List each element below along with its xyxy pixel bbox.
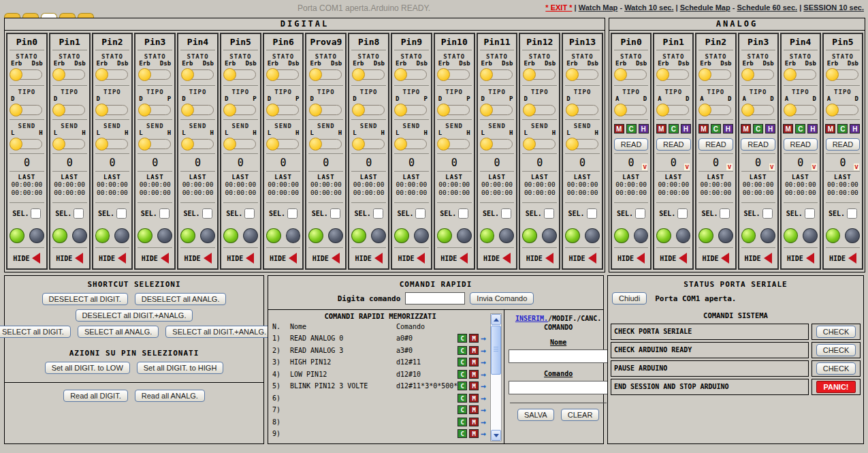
hide-button[interactable]: HIDE [824, 248, 862, 268]
tipo-toggle-slider[interactable] [97, 105, 128, 115]
slider-knob-icon[interactable] [480, 68, 493, 81]
h-button[interactable]: H [681, 124, 691, 134]
schedule-map-link[interactable]: Schedule Map [680, 3, 730, 12]
tipo-toggle-slider[interactable] [268, 105, 299, 115]
comando-input[interactable] [509, 381, 608, 394]
invia-comando-button[interactable]: Invia Comando [470, 292, 534, 304]
slider-knob-icon[interactable] [480, 104, 493, 116]
system-command-button[interactable]: PANIC! [816, 381, 856, 393]
send-toggle-slider[interactable] [524, 139, 556, 149]
hide-button[interactable]: HIDE [392, 248, 431, 268]
pin-select-checkbox[interactable] [202, 208, 212, 219]
session-10-link[interactable]: SESSION 10 sec. [803, 3, 864, 12]
tipo-toggle-slider[interactable] [353, 105, 385, 115]
slider-knob-icon[interactable] [309, 104, 322, 116]
slider-knob-icon[interactable] [181, 68, 194, 81]
scrollbar-thumb[interactable] [491, 326, 501, 375]
send-toggle-slider[interactable] [310, 139, 342, 149]
tab[interactable] [4, 13, 20, 18]
tipo-toggle-slider[interactable] [743, 105, 774, 115]
stato-toggle-slider[interactable] [97, 69, 128, 80]
c-button[interactable]: C [753, 124, 763, 134]
hide-button[interactable]: HIDE [50, 248, 89, 268]
slider-knob-icon[interactable] [10, 68, 22, 81]
modify-command-button[interactable]: M [469, 418, 479, 426]
slider-knob-icon[interactable] [826, 68, 839, 81]
watch-10-link[interactable]: Watch 10 sec. [624, 3, 673, 12]
slider-knob-icon[interactable] [656, 104, 669, 116]
send-toggle-slider[interactable] [140, 139, 171, 149]
pin-select-checkbox[interactable] [415, 208, 425, 219]
slider-knob-icon[interactable] [741, 104, 754, 116]
commands-scrollbar[interactable] [490, 313, 502, 441]
hide-button[interactable]: HIDE [178, 248, 217, 268]
clear-button[interactable]: CLEAR [561, 409, 600, 421]
slider-knob-icon[interactable] [52, 104, 65, 116]
read-button[interactable]: READ [741, 138, 775, 151]
hide-button[interactable]: HIDE [654, 248, 692, 268]
read-button[interactable]: READ [656, 138, 691, 151]
slider-knob-icon[interactable] [181, 104, 194, 116]
slider-knob-icon[interactable] [394, 138, 407, 151]
modify-command-button[interactable]: M [469, 370, 479, 379]
tipo-toggle-slider[interactable] [785, 105, 816, 115]
stato-toggle-slider[interactable] [567, 69, 598, 80]
tipo-toggle-slider[interactable] [700, 105, 731, 115]
send-toggle-slider[interactable] [97, 139, 128, 149]
send-command-arrow-icon[interactable]: → [481, 394, 486, 403]
tipo-toggle-slider[interactable] [658, 105, 689, 115]
m-button[interactable]: M [825, 124, 835, 134]
c-button[interactable]: C [669, 124, 679, 134]
set-all-high-button[interactable]: Set all DIGIT. to HIGH [137, 362, 224, 374]
modify-command-button[interactable]: M [469, 405, 479, 414]
read-all-digital-button[interactable]: Read all DIGIT. [63, 390, 128, 402]
slider-knob-icon[interactable] [394, 68, 407, 81]
c-button[interactable]: C [626, 124, 637, 134]
copy-command-button[interactable]: C [457, 346, 467, 355]
read-button[interactable]: READ [614, 138, 649, 151]
chiudi-button[interactable]: Chiudi [612, 292, 647, 304]
modify-command-button[interactable]: M [469, 429, 479, 438]
deselect-all-analog-button[interactable]: DESELECT all ANALG. [135, 293, 227, 305]
stato-toggle-slider[interactable] [11, 69, 42, 80]
h-button[interactable]: H [723, 124, 733, 134]
stato-toggle-slider[interactable] [268, 69, 299, 80]
m-button[interactable]: M [698, 124, 709, 134]
tipo-toggle-slider[interactable] [481, 105, 513, 115]
slider-knob-icon[interactable] [566, 138, 579, 151]
slider-knob-icon[interactable] [223, 138, 236, 151]
tipo-toggle-slider[interactable] [567, 105, 598, 115]
pin-select-checkbox[interactable] [587, 208, 597, 219]
c-button[interactable]: C [837, 124, 848, 134]
send-command-arrow-icon[interactable]: → [481, 405, 486, 414]
tipo-toggle-slider[interactable] [438, 105, 470, 115]
stato-toggle-slider[interactable] [827, 69, 858, 80]
hide-button[interactable]: HIDE [264, 248, 303, 268]
slider-knob-icon[interactable] [741, 68, 754, 81]
slider-knob-icon[interactable] [352, 138, 365, 151]
scroll-down-button[interactable] [491, 430, 501, 441]
tipo-toggle-slider[interactable] [615, 105, 647, 115]
select-all-both-button[interactable]: SELECT all DIGIT.+ANALG. [165, 326, 273, 338]
watch-map-link[interactable]: Watch Map [579, 3, 618, 12]
send-toggle-slider[interactable] [225, 139, 256, 149]
slider-knob-icon[interactable] [437, 138, 450, 151]
send-command-arrow-icon[interactable]: → [481, 334, 486, 343]
modify-command-button[interactable]: M [469, 394, 479, 403]
modify-command-button[interactable]: M [469, 358, 479, 366]
tipo-toggle-slider[interactable] [524, 105, 556, 115]
tipo-toggle-slider[interactable] [827, 105, 858, 115]
tab[interactable] [78, 13, 94, 18]
m-button[interactable]: M [741, 124, 751, 134]
tipo-toggle-slider[interactable] [54, 105, 85, 115]
nome-input[interactable] [509, 349, 608, 363]
slider-knob-icon[interactable] [656, 68, 669, 81]
slider-knob-icon[interactable] [95, 104, 108, 116]
slider-knob-icon[interactable] [784, 104, 797, 116]
send-toggle-slider[interactable] [182, 139, 214, 149]
slider-knob-icon[interactable] [352, 104, 365, 116]
send-command-arrow-icon[interactable]: → [481, 429, 486, 438]
pin-select-checkbox[interactable] [501, 208, 511, 219]
send-toggle-slider[interactable] [481, 139, 513, 149]
slider-knob-icon[interactable] [784, 68, 797, 81]
